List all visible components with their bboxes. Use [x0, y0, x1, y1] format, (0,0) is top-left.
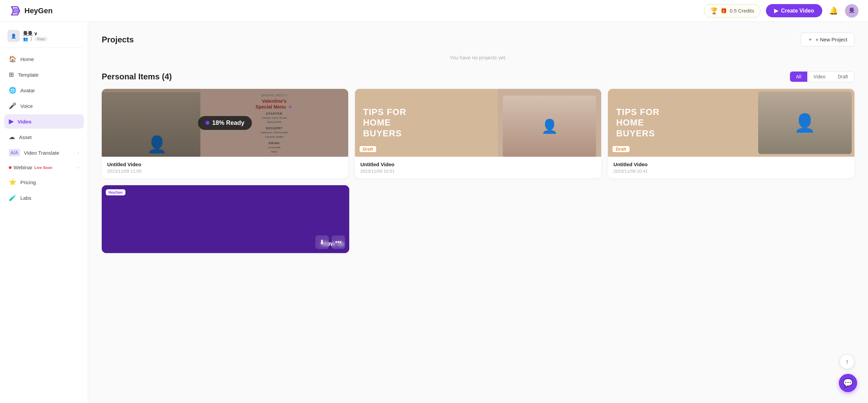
gift-icon: 🎁: [721, 8, 727, 14]
webinar-live-dot: [9, 166, 12, 169]
personal-items-header: Personal Items (4) All Video Draft: [102, 71, 854, 82]
home-icon: 🏠: [9, 55, 16, 63]
download-button[interactable]: ⬇: [315, 235, 329, 249]
video-card-4[interactable]: HeyGen How to ⬇ •••: [102, 185, 349, 253]
video-title-1: Untitled Video: [107, 161, 343, 167]
topbar: HeyGen 🏆 🎁 0.5 Credits ▶ Create Video 🔔 …: [0, 0, 868, 22]
video-card-2[interactable]: TIPS FORHOMEBUYERS 👤 Draft Untitled Vide…: [355, 89, 601, 178]
voice-icon: 🎤: [9, 102, 16, 110]
video-card-4-partial[interactable]: HeyGen How to ⬇ •••: [102, 185, 353, 253]
credits-label: 0.5 Credits: [730, 8, 754, 14]
user-plan: 👥 1 Free: [23, 37, 47, 41]
chat-button[interactable]: 💬: [839, 374, 857, 392]
sidebar-label-video-translate: Video Translate: [24, 150, 59, 156]
video-grid: 👤 @MOVIO_REST O Valentine'sSpecial Menu …: [102, 89, 854, 178]
chat-icon: 💬: [843, 378, 853, 388]
filter-tab-draft[interactable]: Draft: [832, 72, 854, 82]
notification-button[interactable]: 🔔: [828, 5, 840, 17]
filter-tabs: All Video Draft: [790, 71, 854, 82]
tips-banner-text-1: TIPS FORHOMEBUYERS: [363, 107, 407, 139]
user-avatar-button[interactable]: 曼: [845, 4, 859, 18]
empty-projects-text: You have no projects yet.: [102, 52, 854, 69]
user-initial: 曼: [849, 7, 854, 14]
sidebar-label-asset: Asset: [19, 134, 32, 140]
sidebar-item-webinar[interactable]: Webinar Live Soon ›: [4, 161, 84, 174]
video-card-1[interactable]: 👤 @MOVIO_REST O Valentine'sSpecial Menu …: [102, 89, 348, 178]
sidebar-label-home: Home: [20, 56, 34, 62]
sidebar-item-video-translate[interactable]: A/A Video Translate ›: [4, 146, 84, 160]
progress-overlay: 18% Ready: [102, 89, 348, 157]
more-options-button[interactable]: •••: [332, 235, 345, 249]
sidebar-item-asset[interactable]: ☁ Asset: [4, 130, 84, 144]
video-thumb-2: TIPS FORHOMEBUYERS 👤 Draft: [355, 89, 601, 157]
sidebar-item-home[interactable]: 🏠 Home: [4, 52, 84, 66]
tips-card-inner-2: TIPS FORHOMEBUYERS 👤: [608, 89, 854, 157]
scroll-to-top-button[interactable]: ↑: [840, 354, 854, 369]
video-icon: ▶: [774, 7, 778, 14]
sidebar-avatar-icon: 👤: [11, 34, 16, 39]
asset-icon: ☁: [9, 133, 15, 141]
sidebar-label-webinar: Webinar: [14, 165, 33, 170]
video-info-3: Untitled Video 2023/11/09 10:41: [608, 157, 854, 178]
template-icon: ⊞: [9, 71, 14, 78]
create-video-button[interactable]: ▶ Create Video: [766, 4, 822, 17]
video-info-2: Untitled Video 2023/11/09 10:51: [355, 157, 601, 178]
sidebar-label-avatar: Avatar: [20, 88, 35, 93]
webinar-live-badge: Live Soon: [35, 166, 53, 170]
video-thumb-4: HeyGen How to ⬇ •••: [102, 185, 349, 253]
draft-badge-2: Draft: [359, 146, 377, 153]
tips-card-inner-1: TIPS FORHOMEBUYERS 👤: [355, 89, 601, 157]
tips-person-1: 👤: [498, 89, 601, 157]
plus-icon: ＋: [808, 36, 813, 43]
user-name: 曼曼 ∨: [23, 31, 47, 37]
sidebar-item-pricing[interactable]: ⭐ Pricing: [4, 175, 84, 189]
people-icon: 👥: [23, 37, 28, 41]
video-date-3: 2023/11/09 10:41: [613, 169, 849, 174]
projects-title: Projects: [102, 35, 134, 44]
tips-banner-text-2: TIPS FORHOMEBUYERS: [616, 107, 659, 139]
topbar-right: 🏆 🎁 0.5 Credits ▶ Create Video 🔔 曼: [704, 4, 859, 18]
up-arrow-icon: ↑: [845, 358, 849, 366]
sidebar-label-pricing: Pricing: [20, 179, 36, 185]
filter-tab-all[interactable]: All: [790, 72, 808, 82]
progress-text: 18% Ready: [212, 119, 244, 127]
create-video-label: Create Video: [781, 8, 814, 14]
new-project-label: + New Project: [815, 37, 847, 42]
user-section: 👤 曼曼 ∨ 👥 1 Free: [4, 27, 84, 48]
translate-icon: A/A: [9, 149, 20, 156]
video-date-2: 2023/11/09 10:51: [360, 169, 596, 174]
main-content: Projects ＋ + New Project You have no pro…: [88, 22, 868, 403]
video-info-1: Untitled Video 2023/11/09 11:05: [102, 157, 348, 178]
video-card-3[interactable]: TIPS FORHOMEBUYERS 👤 Draft Untitled Vide…: [608, 89, 854, 178]
heygen-logo-small: HeyGen: [106, 189, 125, 195]
personal-items-section: Personal Items (4) All Video Draft 👤: [102, 71, 854, 253]
trophy-icon: 🏆: [710, 7, 718, 15]
bell-icon: 🔔: [829, 6, 838, 15]
webinar-arrow-icon: ›: [78, 165, 79, 170]
person-silhouette-1: 👤: [503, 96, 596, 157]
layout: 👤 曼曼 ∨ 👥 1 Free 🏠 Home ⊞ Template: [0, 22, 868, 403]
sidebar-item-labs[interactable]: 🧪 Labs: [4, 191, 84, 205]
labs-icon: 🧪: [9, 194, 16, 202]
video-thumb-1: 👤 @MOVIO_REST O Valentine'sSpecial Menu …: [102, 89, 348, 157]
sidebar-item-voice[interactable]: 🎤 Voice: [4, 99, 84, 113]
video-thumb-3: TIPS FORHOMEBUYERS 👤 Draft: [608, 89, 854, 157]
avatar-icon: 🌐: [9, 87, 16, 94]
howto-inner: HeyGen How to ⬇ •••: [102, 185, 349, 253]
app-name: HeyGen: [24, 6, 53, 15]
sidebar-item-avatar[interactable]: 🌐 Avatar: [4, 83, 84, 97]
face-silhouette: 👤: [794, 113, 816, 133]
plan-badge: Free: [35, 37, 48, 41]
sidebar-item-template[interactable]: ⊞ Template: [4, 68, 84, 82]
sidebar-item-video[interactable]: ▶ Video: [4, 114, 84, 129]
video-nav-icon: ▶: [9, 118, 14, 125]
video-title-3: Untitled Video: [613, 161, 849, 167]
sidebar-user-avatar: 👤: [7, 30, 20, 42]
filter-tab-video[interactable]: Video: [807, 72, 832, 82]
video-date-1: 2023/11/09 11:05: [107, 169, 343, 174]
video-title-2: Untitled Video: [360, 161, 596, 167]
sidebar-label-template: Template: [18, 72, 39, 78]
credits-button[interactable]: 🏆 🎁 0.5 Credits: [704, 4, 761, 18]
heygen-logo-icon: [9, 5, 22, 17]
new-project-button[interactable]: ＋ + New Project: [801, 33, 854, 46]
